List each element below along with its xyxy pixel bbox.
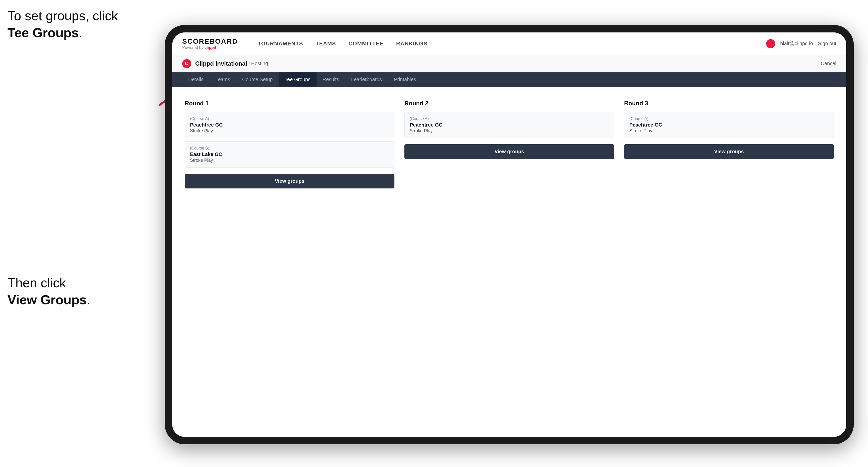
tournament-logo: C bbox=[182, 59, 191, 68]
nav-teams[interactable]: TEAMS bbox=[315, 40, 336, 47]
rounds-container: Round 1 (Course A) Peachtree GC Stroke P… bbox=[185, 100, 834, 188]
round-1-course-a-card: (Course A) Peachtree GC Stroke Play bbox=[185, 112, 395, 138]
round-3-view-groups-button[interactable]: View groups bbox=[624, 144, 834, 159]
logo-powered: Powered by clippit bbox=[182, 45, 238, 50]
tab-bar: Details Teams Course Setup Tee Groups Re… bbox=[172, 72, 846, 87]
round-1-title: Round 1 bbox=[185, 100, 395, 107]
nav-items: TOURNAMENTS TEAMS COMMITTEE RANKINGS bbox=[258, 40, 751, 47]
nav-committee[interactable]: COMMITTEE bbox=[348, 40, 384, 47]
round-2-column: Round 2 (Course A) Peachtree GC Stroke P… bbox=[404, 100, 614, 188]
tournament-name: Clippd Invitational bbox=[195, 60, 247, 67]
round-2-view-groups-button[interactable]: View groups bbox=[404, 144, 614, 159]
round-1-view-groups-button[interactable]: View groups bbox=[185, 174, 395, 188]
round-1-course-b-format: Stroke Play bbox=[190, 158, 389, 163]
nav-rankings[interactable]: RANKINGS bbox=[396, 40, 427, 47]
tab-printables[interactable]: Printables bbox=[388, 72, 422, 87]
sign-out-link[interactable]: Sign out bbox=[818, 41, 836, 46]
logo-area: SCOREBOARD Powered by clippit bbox=[182, 37, 238, 50]
cancel-button[interactable]: Cancel bbox=[821, 61, 836, 66]
round-3-course-a-format: Stroke Play bbox=[629, 128, 829, 133]
logo-scoreboard: SCOREBOARD bbox=[182, 37, 238, 45]
round-1-course-a-format: Stroke Play bbox=[190, 128, 389, 133]
instruction-bottom: Then click View Groups. bbox=[7, 275, 90, 308]
tournament-status: Hosting bbox=[251, 61, 268, 66]
top-nav-right: blair@clippd.io Sign out bbox=[766, 39, 836, 48]
instruction-top: To set groups, click Tee Groups. bbox=[7, 7, 118, 41]
round-3-course-a-label: (Course A) bbox=[629, 117, 829, 121]
round-1-course-a-name: Peachtree GC bbox=[190, 122, 389, 128]
round-1-column: Round 1 (Course A) Peachtree GC Stroke P… bbox=[185, 100, 395, 188]
nav-tournaments[interactable]: TOURNAMENTS bbox=[258, 40, 303, 47]
round-2-course-a-name: Peachtree GC bbox=[410, 122, 609, 128]
round-3-title: Round 3 bbox=[624, 100, 834, 107]
user-email: blair@clippd.io bbox=[780, 41, 813, 46]
tablet-frame: SCOREBOARD Powered by clippit TOURNAMENT… bbox=[165, 25, 854, 444]
user-avatar bbox=[766, 39, 775, 48]
round-1-course-b-name: East Lake GC bbox=[190, 152, 389, 157]
round-1-course-b-card: (Course B) East Lake GC Stroke Play bbox=[185, 141, 395, 168]
main-content: Round 1 (Course A) Peachtree GC Stroke P… bbox=[172, 87, 846, 437]
tab-course-setup[interactable]: Course Setup bbox=[236, 72, 279, 87]
round-3-course-a-card: (Course A) Peachtree GC Stroke Play bbox=[624, 112, 834, 138]
top-nav: SCOREBOARD Powered by clippit TOURNAMENT… bbox=[172, 32, 846, 55]
round-2-course-a-label: (Course A) bbox=[410, 117, 609, 121]
round-2-course-a-card: (Course A) Peachtree GC Stroke Play bbox=[404, 112, 614, 138]
tab-teams[interactable]: Teams bbox=[210, 72, 236, 87]
view-groups-label: View Groups bbox=[7, 292, 87, 307]
tablet-screen: SCOREBOARD Powered by clippit TOURNAMENT… bbox=[172, 32, 846, 437]
tab-leaderboards[interactable]: Leaderboards bbox=[345, 72, 388, 87]
round-1-course-b-label: (Course B) bbox=[190, 146, 389, 151]
round-3-column: Round 3 (Course A) Peachtree GC Stroke P… bbox=[624, 100, 834, 188]
round-2-title: Round 2 bbox=[404, 100, 614, 107]
tournament-header: C Clippd Invitational Hosting Cancel bbox=[172, 55, 846, 72]
tab-results[interactable]: Results bbox=[316, 72, 345, 87]
round-1-course-a-label: (Course A) bbox=[190, 117, 389, 121]
tournament-title-area: C Clippd Invitational Hosting bbox=[182, 59, 268, 68]
tab-details[interactable]: Details bbox=[182, 72, 210, 87]
round-3-course-a-name: Peachtree GC bbox=[629, 122, 829, 128]
tee-groups-label: Tee Groups bbox=[7, 26, 79, 40]
tab-tee-groups[interactable]: Tee Groups bbox=[279, 72, 316, 87]
round-2-course-a-format: Stroke Play bbox=[410, 128, 609, 133]
